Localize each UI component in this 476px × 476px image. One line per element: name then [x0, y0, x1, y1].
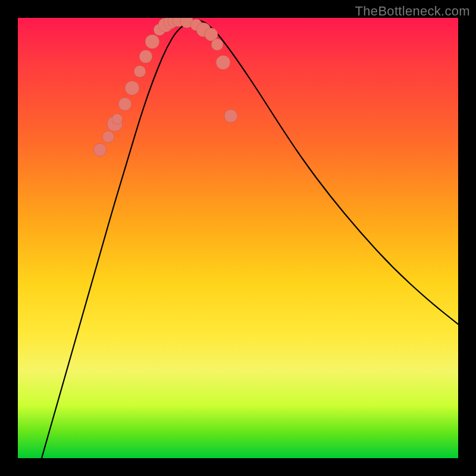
chart-svg: [18, 18, 458, 458]
dot: [224, 109, 237, 123]
dot: [134, 65, 146, 77]
scatter-dots: [93, 18, 237, 156]
dot: [102, 131, 114, 143]
dot: [216, 55, 230, 70]
outer-frame: TheBottleneck.com: [0, 0, 476, 476]
watermark-text: TheBottleneck.com: [355, 4, 470, 19]
dot: [145, 35, 159, 49]
dot: [93, 143, 107, 156]
dot: [112, 114, 123, 124]
dot: [125, 81, 139, 95]
dot: [118, 98, 131, 111]
dot: [139, 50, 152, 63]
bottleneck-curve: [42, 20, 458, 458]
dot: [211, 39, 223, 51]
plot-area: [18, 18, 458, 458]
